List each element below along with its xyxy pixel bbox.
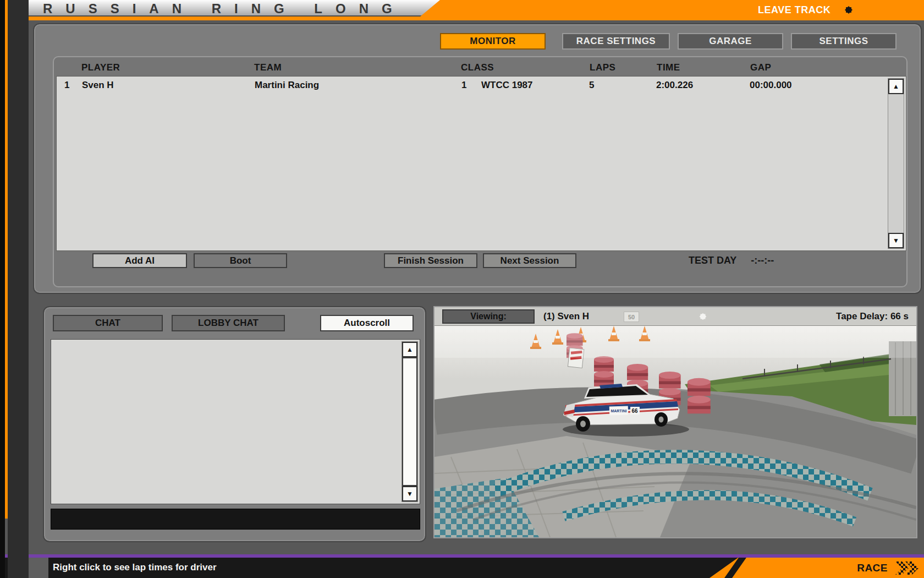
- session-info: TEST DAY -:--:--: [689, 255, 774, 266]
- scroll-down-icon: ▼: [893, 237, 899, 244]
- leave-track-button[interactable]: LEAVE TRACK: [758, 4, 831, 16]
- race-viewport: MARTINI 66: [435, 326, 916, 537]
- row-class: WTCC 1987: [481, 80, 533, 91]
- standings-scroll-up-button[interactable]: ▲: [888, 79, 904, 94]
- standings-list: 1 Sven H Martini Racing 1 WTCC 1987 5 2:…: [56, 76, 906, 251]
- left-edge-orange-stripe: [5, 17, 8, 519]
- finish-session-button[interactable]: Finish Session: [384, 253, 477, 268]
- chat-scrollbar[interactable]: ▲ ▼: [402, 341, 418, 502]
- row-gap: 00:00.000: [750, 80, 792, 91]
- boot-button[interactable]: Boot: [194, 253, 287, 268]
- viewing-button[interactable]: Viewing:: [442, 309, 535, 324]
- chat-tab-button[interactable]: CHAT: [53, 315, 163, 331]
- chat-messages-area: ▲ ▼: [51, 339, 420, 504]
- add-ai-button[interactable]: Add AI: [92, 253, 187, 268]
- monitor-panel: MONITOR RACE SETTINGS GARAGE SETTINGS PL…: [33, 23, 922, 294]
- screen: RUSSIAN RING LONG LEAVE TRACK MONITOR RA…: [0, 0, 924, 578]
- race-label: RACE: [857, 562, 888, 574]
- autoscroll-button[interactable]: Autoscroll: [320, 315, 414, 331]
- chat-scroll-up-button[interactable]: ▲: [402, 342, 417, 357]
- chat-input[interactable]: [51, 509, 420, 530]
- tab-race-settings[interactable]: RACE SETTINGS: [562, 33, 670, 50]
- track-title-banner: RUSSIAN RING LONG: [29, 0, 440, 17]
- car-brand-text: MARTINI: [610, 409, 626, 413]
- left-edge-dark: [8, 0, 29, 578]
- column-class: CLASS: [461, 62, 494, 73]
- lobby-chat-tab-button[interactable]: LOBBY CHAT: [172, 315, 285, 331]
- tape-delay-label: Tape Delay: 66 s: [836, 311, 909, 322]
- row-time: 2:00.226: [656, 80, 693, 91]
- column-team: TEAM: [254, 62, 282, 73]
- session-time: -:--:--: [751, 255, 774, 266]
- row-pos: 1: [64, 80, 69, 91]
- replay-star-icon: [697, 311, 708, 322]
- tab-monitor[interactable]: MONITOR: [440, 33, 546, 50]
- standings-row[interactable]: 1 Sven H Martini Racing 1 WTCC 1987 5 2:…: [57, 77, 906, 94]
- row-class-pos: 1: [461, 80, 466, 91]
- leave-track-icon[interactable]: [843, 4, 855, 16]
- column-laps: LAPS: [590, 62, 615, 73]
- status-hint: Right click to see lap times for driver: [53, 562, 217, 573]
- scroll-up-icon: ▲: [406, 346, 413, 353]
- checkered-flag-icon: [894, 561, 919, 575]
- car-number-text: 66: [631, 408, 638, 414]
- row-team: Martini Racing: [255, 80, 319, 91]
- scroll-down-icon: ▼: [406, 490, 413, 498]
- viewing-driver: (1) Sven H: [543, 311, 589, 322]
- statusbar-left-block: [29, 558, 48, 578]
- chat-scroll-thumb[interactable]: [402, 357, 417, 486]
- scroll-up-icon: ▲: [893, 83, 899, 90]
- standings-panel: PLAYER TEAM CLASS LAPS TIME GAP 1 Sven H…: [53, 56, 908, 287]
- chat-panel: CHAT LOBBY CHAT Autoscroll ▲ ▼: [43, 306, 426, 542]
- tab-settings[interactable]: SETTINGS: [791, 33, 897, 50]
- standings-scrollbar[interactable]: ▲ ▼: [888, 78, 904, 249]
- viewer-panel: Viewing: (1) Sven H 50 Tape Delay: 66 s: [433, 306, 917, 538]
- column-time: TIME: [657, 62, 680, 73]
- tab-garage[interactable]: GARAGE: [678, 33, 783, 50]
- viewer-header: Viewing: (1) Sven H 50 Tape Delay: 66 s: [435, 307, 916, 326]
- viewer-marker-badge: 50: [624, 312, 639, 322]
- standings-scroll-down-button[interactable]: ▼: [888, 233, 904, 248]
- track-title: RUSSIAN RING LONG: [43, 1, 405, 17]
- session-name: TEST DAY: [689, 255, 736, 266]
- column-gap: GAP: [750, 62, 771, 73]
- status-bar: Right click to see lap times for driver …: [0, 558, 924, 578]
- left-edge-black: [0, 0, 5, 578]
- column-player: PLAYER: [81, 62, 120, 73]
- row-player: Sven H: [82, 80, 114, 91]
- row-laps: 5: [589, 80, 594, 91]
- next-session-button[interactable]: Next Session: [483, 253, 576, 268]
- race-button[interactable]: RACE: [857, 558, 919, 578]
- chat-scroll-down-button[interactable]: ▼: [402, 486, 417, 501]
- top-bar: RUSSIAN RING LONG LEAVE TRACK: [0, 0, 924, 20]
